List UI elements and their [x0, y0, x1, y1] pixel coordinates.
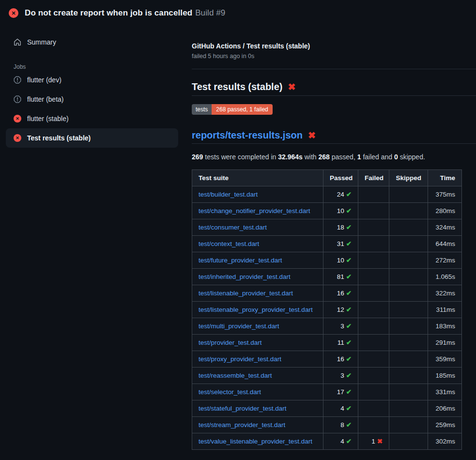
passed-count: 3	[340, 322, 344, 330]
failed-cell	[358, 351, 389, 368]
divider	[192, 95, 476, 96]
sidebar-item-summary[interactable]: Summary	[6, 33, 178, 51]
check-run-page: ✕ Do not create report when job is cance…	[0, 0, 476, 450]
test-suite-link[interactable]: test/value_listenable_provider_test.dart	[199, 438, 312, 445]
test-suite-link[interactable]: test/stateful_provider_test.dart	[199, 405, 287, 412]
sidebar-job-item[interactable]: flutter (beta)	[6, 90, 178, 109]
failed-cell	[358, 269, 389, 285]
check-mark-icon: ✔	[346, 322, 352, 330]
table-row: test/builder_test.dart24✔375ms	[192, 186, 462, 203]
page-title: Do not create report when job is cancell…	[25, 8, 225, 18]
column-header-test-suite: Test suite	[192, 170, 323, 186]
table-row: test/future_provider_test.dart10✔272ms	[192, 252, 462, 269]
test-suite-link[interactable]: test/multi_provider_test.dart	[199, 322, 279, 330]
stop-exclamation-icon	[14, 76, 21, 84]
test-suite-link[interactable]: test/stream_provider_test.dart	[199, 421, 285, 429]
badge-label: tests	[192, 104, 212, 115]
test-suite-link[interactable]: test/selector_test.dart	[199, 388, 261, 396]
page-layout: Summary Jobs flutter (dev) flutter (beta…	[0, 25, 476, 450]
passed-count: 81	[337, 273, 344, 280]
failed-cell	[358, 400, 389, 417]
table-row: test/provider_test.dart11✔291ms	[192, 335, 462, 351]
check-mark-icon: ✔	[346, 339, 352, 346]
test-suite-link[interactable]: test/reassemble_test.dart	[199, 372, 272, 379]
table-row: test/reassemble_test.dart3✔185ms	[192, 368, 462, 384]
check-mark-icon: ✔	[346, 355, 352, 363]
failed-cell: 1✖	[358, 433, 389, 450]
x-circle-icon: ✕	[9, 8, 18, 18]
test-suite-link[interactable]: test/listenable_proxy_provider_test.dart	[199, 306, 313, 313]
test-suite-link[interactable]: test/change_notifier_provider_test.dart	[199, 207, 310, 215]
table-row: test/proxy_provider_test.dart16✔359ms	[192, 351, 462, 368]
x-mark-icon: ✖	[377, 438, 383, 445]
test-suite-cell: test/listenable_proxy_provider_test.dart	[192, 302, 323, 318]
time-cell: 272ms	[428, 252, 462, 269]
sidebar-job-item[interactable]: flutter (dev)	[6, 70, 178, 90]
sidebar-job-item[interactable]: ✕flutter (stable)	[6, 109, 178, 128]
passed-count: 17	[337, 388, 344, 396]
summary-text: skipped.	[398, 153, 425, 161]
column-header-skipped: Skipped	[389, 170, 428, 186]
jobs-list: flutter (dev) flutter (beta)✕flutter (st…	[0, 70, 184, 148]
check-mark-icon: ✔	[346, 438, 352, 445]
passed-cell: 17✔	[323, 384, 358, 400]
time-cell: 206ms	[428, 400, 462, 417]
check-run-header: ✕ Do not create report when job is cance…	[0, 0, 476, 25]
skipped-cell	[389, 285, 428, 302]
test-suite-link[interactable]: test/builder_test.dart	[199, 191, 258, 198]
check-mark-icon: ✔	[346, 257, 352, 264]
test-suite-cell: test/reassemble_test.dart	[192, 368, 323, 384]
passed-count: 10	[337, 257, 344, 264]
test-suite-link[interactable]: test/context_test.dart	[199, 240, 259, 247]
test-suite-link[interactable]: test/inherited_provider_test.dart	[199, 273, 291, 280]
test-summary-text: 269 tests were completed in 32.964s with…	[192, 152, 476, 162]
time-cell: 291ms	[428, 335, 462, 351]
summary-number: 1	[357, 153, 361, 161]
table-row: test/inherited_provider_test.dart81✔1.06…	[192, 269, 462, 285]
failed-cell	[358, 302, 389, 318]
table-row: test/stateful_provider_test.dart4✔206ms	[192, 400, 462, 417]
check-mark-icon: ✔	[346, 306, 352, 313]
passed-cell: 8✔	[323, 417, 358, 433]
failed-count: 1	[371, 438, 375, 445]
section-title-text: Test results (stable)	[192, 80, 282, 93]
skipped-cell	[389, 252, 428, 269]
job-label: flutter (dev)	[27, 76, 61, 84]
test-suite-cell: test/selector_test.dart	[192, 384, 323, 400]
passed-count: 10	[337, 207, 344, 215]
summary-number: 268	[319, 153, 330, 161]
passed-count: 4	[340, 438, 344, 445]
passed-count: 12	[337, 306, 344, 313]
report-file-heading: reports/test-results.json ✖	[192, 129, 476, 141]
test-results-table: Test suitePassedFailedSkippedTime test/b…	[192, 169, 462, 450]
skipped-cell	[389, 219, 428, 236]
time-cell: 302ms	[428, 433, 462, 450]
check-mark-icon: ✔	[346, 372, 352, 379]
time-cell: 331ms	[428, 384, 462, 400]
sidebar-job-item[interactable]: ✕Test results (stable)	[6, 128, 178, 148]
report-file-link[interactable]: reports/test-results.json	[192, 129, 303, 141]
divider	[192, 69, 476, 69]
check-mark-icon: ✔	[346, 405, 352, 412]
passed-cell: 31✔	[323, 236, 358, 252]
table-row: test/selector_test.dart17✔331ms	[192, 384, 462, 400]
passed-cell: 12✔	[323, 302, 358, 318]
test-suite-link[interactable]: test/proxy_provider_test.dart	[199, 355, 281, 363]
summary-number: 32.964s	[278, 153, 303, 161]
column-header-time: Time	[428, 170, 462, 186]
test-suite-link[interactable]: test/provider_test.dart	[199, 339, 262, 346]
stop-exclamation-icon	[14, 95, 21, 103]
table-row: test/multi_provider_test.dart3✔183ms	[192, 318, 462, 335]
test-suite-link[interactable]: test/consumer_test.dart	[199, 224, 267, 231]
table-row: test/stream_provider_test.dart8✔259ms	[192, 417, 462, 433]
passed-count: 31	[337, 240, 344, 247]
test-suite-link[interactable]: test/future_provider_test.dart	[199, 257, 282, 264]
summary-text: failed and	[361, 153, 395, 161]
passed-count: 18	[337, 224, 344, 231]
failed-cell	[358, 384, 389, 400]
passed-cell: 11✔	[323, 335, 358, 351]
passed-cell: 3✔	[323, 318, 358, 335]
section-title: Test results (stable) ✖	[192, 80, 476, 93]
test-suite-link[interactable]: test/listenable_provider_test.dart	[199, 290, 293, 297]
failed-cell	[358, 285, 389, 302]
